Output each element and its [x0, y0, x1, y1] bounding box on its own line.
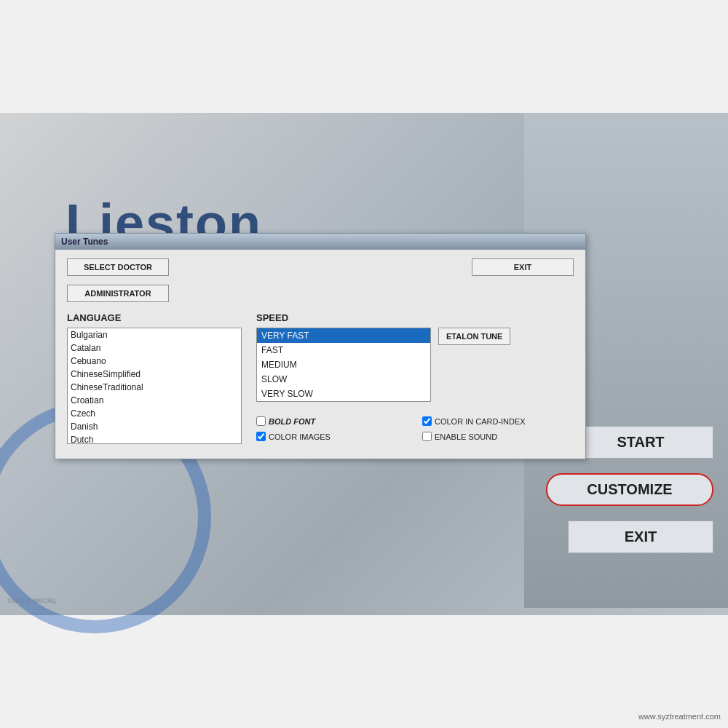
- enable-sound-checkbox-label[interactable]: ENABLE SOUND: [422, 432, 574, 441]
- bold-font-checkbox-label[interactable]: BOLD FONT: [256, 416, 408, 426]
- speed-listbox[interactable]: VERY FASTFASTMEDIUMSLOWVERY SLOW: [256, 328, 431, 402]
- speed-item[interactable]: VERY SLOW: [257, 387, 430, 401]
- checkboxes-section: BOLD FONT COLOR IN CARD-INDEX COLOR IMAG…: [256, 416, 574, 441]
- color-card-index-text: COLOR IN CARD-INDEX: [435, 417, 526, 426]
- dialog-columns: LANGUAGE BulgarianCatalanCebuanoChineseS…: [67, 312, 574, 444]
- color-images-checkbox[interactable]: [256, 432, 266, 441]
- select-doctor-button[interactable]: SELECT DOCTOR: [67, 258, 169, 276]
- language-item[interactable]: Bulgarian: [68, 328, 241, 341]
- language-listbox[interactable]: BulgarianCatalanCebuanoChineseSimplified…: [67, 328, 242, 444]
- language-item[interactable]: Cebuano: [68, 355, 241, 368]
- exit-outer-button[interactable]: EXIT: [568, 521, 713, 553]
- speed-item[interactable]: SLOW: [257, 372, 430, 387]
- user-tunes-dialog: User Tunes SELECT DOCTOR EXIT ADMINISTRA…: [55, 233, 586, 459]
- speed-label: SPEED: [256, 312, 574, 323]
- watermark-text: ssed 1 месяц: [7, 596, 56, 604]
- dialog-exit-button[interactable]: EXIT: [472, 258, 574, 276]
- language-item[interactable]: Danish: [68, 420, 241, 433]
- dialog-titlebar: User Tunes: [55, 234, 585, 250]
- speed-item[interactable]: FAST: [257, 343, 430, 357]
- start-button[interactable]: START: [568, 426, 713, 459]
- language-item[interactable]: ChineseSimplified: [68, 368, 241, 381]
- color-card-index-checkbox[interactable]: [422, 416, 432, 426]
- enable-sound-checkbox[interactable]: [422, 432, 432, 441]
- administrator-button[interactable]: ADMINISTRATOR: [67, 285, 169, 302]
- language-item[interactable]: Dutch: [68, 433, 241, 444]
- color-card-index-checkbox-label[interactable]: COLOR IN CARD-INDEX: [422, 416, 574, 426]
- dialog-body: SELECT DOCTOR EXIT ADMINISTRATOR LANGUAG…: [55, 250, 585, 459]
- etalon-tune-button[interactable]: ETALON TUNE: [438, 328, 510, 345]
- enable-sound-text: ENABLE SOUND: [435, 432, 497, 441]
- speed-row: VERY FASTFASTMEDIUMSLOWVERY SLOW ETALON …: [256, 328, 574, 409]
- bold-font-text: BOLD FONT: [269, 417, 315, 426]
- website-text: www.syztreatment.com: [638, 712, 721, 721]
- dialog-top-row: SELECT DOCTOR EXIT: [67, 258, 574, 276]
- language-item[interactable]: Croatian: [68, 394, 241, 407]
- customize-button[interactable]: CUSTOMIZE: [546, 473, 713, 506]
- speed-item[interactable]: VERY FAST: [257, 328, 430, 343]
- language-label: LANGUAGE: [67, 312, 242, 323]
- language-section: LANGUAGE BulgarianCatalanCebuanoChineseS…: [67, 312, 242, 444]
- speed-section: SPEED VERY FASTFASTMEDIUMSLOWVERY SLOW E…: [256, 312, 574, 444]
- language-item[interactable]: ChineseTraditional: [68, 381, 241, 394]
- color-images-checkbox-label[interactable]: COLOR IMAGES: [256, 432, 408, 441]
- color-images-text: COLOR IMAGES: [269, 432, 331, 441]
- bold-font-checkbox[interactable]: [256, 416, 266, 426]
- language-item[interactable]: Catalan: [68, 341, 241, 355]
- dialog-title: User Tunes: [61, 237, 108, 247]
- top-white-area: [0, 0, 728, 113]
- language-item[interactable]: Czech: [68, 407, 241, 420]
- speed-item[interactable]: MEDIUM: [257, 357, 430, 372]
